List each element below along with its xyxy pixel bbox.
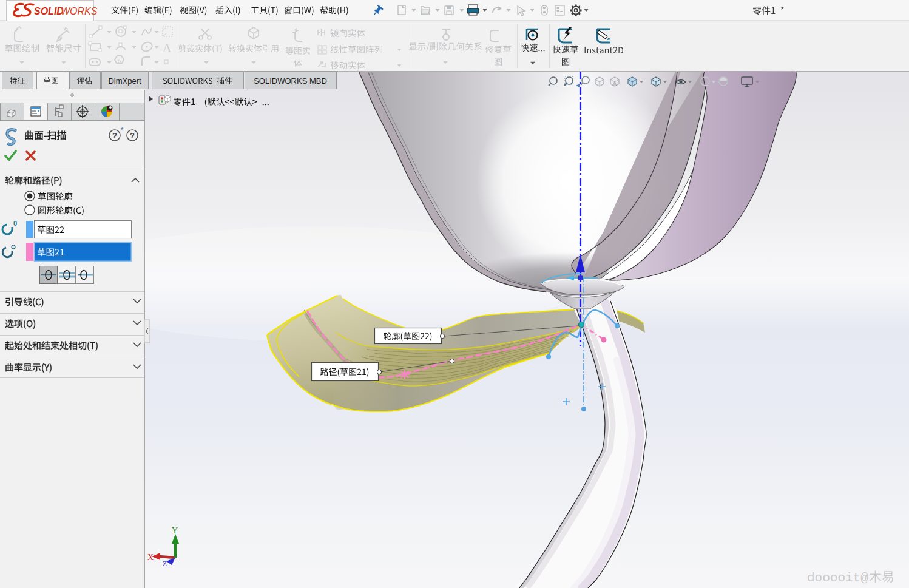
svg-text:A: A — [613, 81, 617, 87]
svg-text:X: X — [147, 553, 154, 562]
svg-text:Z: Z — [163, 559, 167, 568]
svg-text:DimXpert: DimXpert — [108, 76, 141, 86]
svg-text:A: A — [163, 41, 172, 55]
svg-text:SOLIDWORKS MBD: SOLIDWORKS MBD — [254, 76, 327, 86]
svg-text:Y: Y — [172, 526, 178, 535]
svg-text:WORKS: WORKS — [61, 6, 98, 16]
svg-text:?: ? — [112, 131, 117, 140]
svg-text:*: * — [121, 126, 124, 133]
svg-text:SOLID: SOLID — [34, 6, 64, 16]
svg-text:?: ? — [130, 131, 135, 140]
svg-text:0: 0 — [13, 220, 17, 227]
svg-text:dooooit@: dooooit@ — [807, 571, 868, 585]
